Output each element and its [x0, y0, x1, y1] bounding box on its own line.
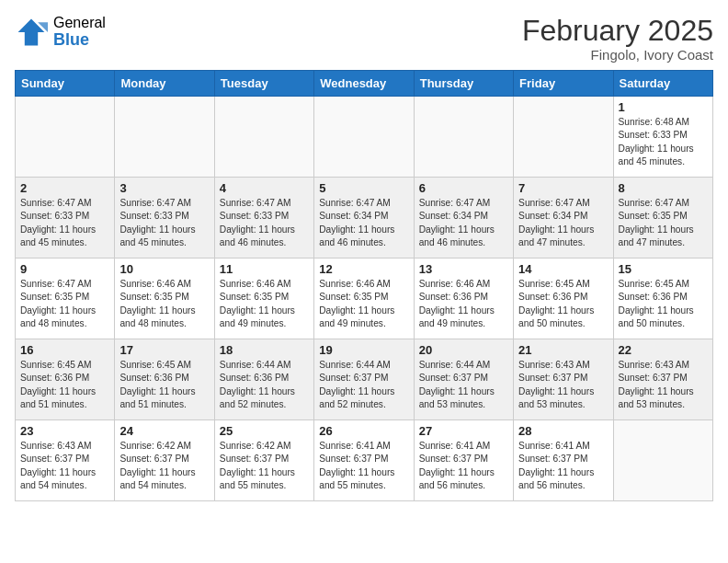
day-number: 19 [319, 343, 408, 357]
day-number: 10 [119, 262, 209, 276]
day-info: Sunrise: 6:42 AM Sunset: 6:37 PM Dayligh… [119, 440, 209, 492]
weekday-header-sunday: Sunday [16, 71, 115, 97]
calendar-cell: 11Sunrise: 6:46 AM Sunset: 6:35 PM Dayli… [214, 259, 313, 339]
calendar-cell [16, 97, 115, 178]
day-info: Sunrise: 6:41 AM Sunset: 6:37 PM Dayligh… [518, 440, 608, 492]
day-number: 25 [220, 424, 309, 438]
day-number: 21 [518, 343, 608, 357]
day-info: Sunrise: 6:44 AM Sunset: 6:37 PM Dayligh… [319, 359, 408, 411]
day-info: Sunrise: 6:43 AM Sunset: 6:37 PM Dayligh… [20, 440, 109, 492]
day-info: Sunrise: 6:44 AM Sunset: 6:37 PM Dayligh… [419, 359, 508, 411]
day-number: 23 [20, 424, 109, 438]
day-number: 20 [419, 343, 508, 357]
calendar-cell: 17Sunrise: 6:45 AM Sunset: 6:36 PM Dayli… [115, 339, 214, 420]
calendar-cell: 20Sunrise: 6:44 AM Sunset: 6:37 PM Dayli… [414, 339, 513, 420]
day-info: Sunrise: 6:44 AM Sunset: 6:36 PM Dayligh… [220, 359, 309, 411]
day-info: Sunrise: 6:47 AM Sunset: 6:33 PM Dayligh… [220, 197, 309, 249]
calendar-cell: 28Sunrise: 6:41 AM Sunset: 6:37 PM Dayli… [514, 420, 613, 501]
day-info: Sunrise: 6:46 AM Sunset: 6:35 PM Dayligh… [220, 278, 309, 330]
day-info: Sunrise: 6:47 AM Sunset: 6:35 PM Dayligh… [619, 197, 708, 249]
day-info: Sunrise: 6:46 AM Sunset: 6:36 PM Dayligh… [419, 278, 508, 330]
day-number: 14 [518, 262, 608, 276]
day-number: 1 [619, 100, 708, 114]
calendar-cell: 25Sunrise: 6:42 AM Sunset: 6:37 PM Dayli… [214, 420, 313, 501]
weekday-header-tuesday: Tuesday [214, 71, 313, 97]
calendar-cell: 16Sunrise: 6:45 AM Sunset: 6:36 PM Dayli… [16, 339, 115, 420]
day-number: 28 [518, 424, 608, 438]
weekday-header-row: SundayMondayTuesdayWednesdayThursdayFrid… [16, 71, 713, 97]
calendar-cell: 21Sunrise: 6:43 AM Sunset: 6:37 PM Dayli… [514, 339, 613, 420]
calendar-cell: 8Sunrise: 6:47 AM Sunset: 6:35 PM Daylig… [613, 178, 712, 259]
day-info: Sunrise: 6:47 AM Sunset: 6:34 PM Dayligh… [518, 197, 608, 249]
day-info: Sunrise: 6:45 AM Sunset: 6:36 PM Dayligh… [20, 359, 109, 411]
day-info: Sunrise: 6:47 AM Sunset: 6:34 PM Dayligh… [319, 197, 408, 249]
logo-icon [15, 16, 48, 49]
day-info: Sunrise: 6:47 AM Sunset: 6:33 PM Dayligh… [119, 197, 209, 249]
day-number: 9 [20, 262, 109, 276]
calendar-cell: 24Sunrise: 6:42 AM Sunset: 6:37 PM Dayli… [115, 420, 214, 501]
calendar-cell: 7Sunrise: 6:47 AM Sunset: 6:34 PM Daylig… [514, 178, 613, 259]
month-year: February 2025 [522, 15, 713, 47]
location: Fingolo, Ivory Coast [522, 47, 713, 63]
calendar-cell: 6Sunrise: 6:47 AM Sunset: 6:34 PM Daylig… [414, 178, 513, 259]
calendar-cell: 13Sunrise: 6:46 AM Sunset: 6:36 PM Dayli… [414, 259, 513, 339]
day-number: 5 [319, 181, 408, 195]
day-number: 22 [619, 343, 708, 357]
calendar-table: SundayMondayTuesdayWednesdayThursdayFrid… [15, 70, 713, 501]
logo-blue: Blue [53, 31, 106, 50]
calendar-cell [514, 97, 613, 178]
week-row-4: 16Sunrise: 6:45 AM Sunset: 6:36 PM Dayli… [16, 339, 713, 420]
day-number: 15 [619, 262, 708, 276]
day-info: Sunrise: 6:47 AM Sunset: 6:35 PM Dayligh… [20, 278, 109, 330]
weekday-header-wednesday: Wednesday [314, 71, 414, 97]
day-number: 24 [119, 424, 209, 438]
day-info: Sunrise: 6:46 AM Sunset: 6:35 PM Dayligh… [119, 278, 209, 330]
calendar-cell [115, 97, 214, 178]
calendar-cell: 27Sunrise: 6:41 AM Sunset: 6:37 PM Dayli… [414, 420, 513, 501]
calendar-cell: 26Sunrise: 6:41 AM Sunset: 6:37 PM Dayli… [314, 420, 414, 501]
weekday-header-saturday: Saturday [613, 71, 712, 97]
calendar-cell: 15Sunrise: 6:45 AM Sunset: 6:36 PM Dayli… [613, 259, 712, 339]
calendar-cell [214, 97, 313, 178]
day-info: Sunrise: 6:47 AM Sunset: 6:33 PM Dayligh… [20, 197, 109, 249]
week-row-1: 1Sunrise: 6:48 AM Sunset: 6:33 PM Daylig… [16, 97, 713, 178]
calendar-cell: 10Sunrise: 6:46 AM Sunset: 6:35 PM Dayli… [115, 259, 214, 339]
day-info: Sunrise: 6:45 AM Sunset: 6:36 PM Dayligh… [619, 278, 708, 330]
day-number: 17 [119, 343, 209, 357]
page-header: General Blue February 2025 Fingolo, Ivor… [15, 15, 713, 63]
title-block: February 2025 Fingolo, Ivory Coast [522, 15, 713, 63]
day-number: 27 [419, 424, 508, 438]
calendar-cell: 1Sunrise: 6:48 AM Sunset: 6:33 PM Daylig… [613, 97, 712, 178]
day-number: 8 [619, 181, 708, 195]
weekday-header-friday: Friday [514, 71, 613, 97]
calendar-cell [414, 97, 513, 178]
day-number: 6 [419, 181, 508, 195]
logo: General Blue [15, 15, 106, 49]
day-info: Sunrise: 6:41 AM Sunset: 6:37 PM Dayligh… [419, 440, 508, 492]
week-row-3: 9Sunrise: 6:47 AM Sunset: 6:35 PM Daylig… [16, 259, 713, 339]
day-number: 26 [319, 424, 408, 438]
week-row-2: 2Sunrise: 6:47 AM Sunset: 6:33 PM Daylig… [16, 178, 713, 259]
calendar-cell: 19Sunrise: 6:44 AM Sunset: 6:37 PM Dayli… [314, 339, 414, 420]
day-info: Sunrise: 6:43 AM Sunset: 6:37 PM Dayligh… [619, 359, 708, 411]
week-row-5: 23Sunrise: 6:43 AM Sunset: 6:37 PM Dayli… [16, 420, 713, 501]
calendar-cell: 3Sunrise: 6:47 AM Sunset: 6:33 PM Daylig… [115, 178, 214, 259]
day-number: 16 [20, 343, 109, 357]
calendar-cell: 23Sunrise: 6:43 AM Sunset: 6:37 PM Dayli… [16, 420, 115, 501]
calendar-cell [314, 97, 414, 178]
day-number: 11 [220, 262, 309, 276]
calendar-cell: 9Sunrise: 6:47 AM Sunset: 6:35 PM Daylig… [16, 259, 115, 339]
calendar-cell: 22Sunrise: 6:43 AM Sunset: 6:37 PM Dayli… [613, 339, 712, 420]
calendar-cell: 14Sunrise: 6:45 AM Sunset: 6:36 PM Dayli… [514, 259, 613, 339]
day-number: 4 [220, 181, 309, 195]
logo-text: General Blue [53, 15, 106, 49]
day-info: Sunrise: 6:42 AM Sunset: 6:37 PM Dayligh… [220, 440, 309, 492]
calendar-cell: 5Sunrise: 6:47 AM Sunset: 6:34 PM Daylig… [314, 178, 414, 259]
weekday-header-monday: Monday [115, 71, 214, 97]
day-info: Sunrise: 6:45 AM Sunset: 6:36 PM Dayligh… [518, 278, 608, 330]
day-info: Sunrise: 6:43 AM Sunset: 6:37 PM Dayligh… [518, 359, 608, 411]
calendar-cell [613, 420, 712, 501]
day-number: 13 [419, 262, 508, 276]
day-number: 18 [220, 343, 309, 357]
calendar-cell: 18Sunrise: 6:44 AM Sunset: 6:36 PM Dayli… [214, 339, 313, 420]
